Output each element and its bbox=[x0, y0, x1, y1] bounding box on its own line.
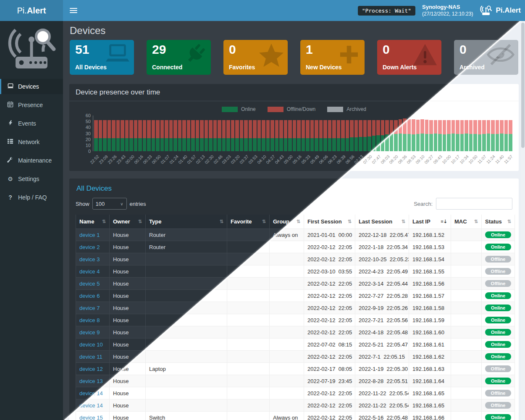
cell-name: device 7 bbox=[76, 302, 110, 314]
sort-icon: ⇅ bbox=[297, 219, 300, 224]
chart-bar bbox=[363, 120, 367, 151]
sidebar-menu: Devices Presence Events Network Maintena… bbox=[0, 79, 63, 205]
cell-first-session: 2022-02-12 22:05 bbox=[304, 326, 355, 339]
chart-bar bbox=[416, 120, 420, 151]
plug-icon bbox=[182, 43, 207, 66]
column-header-owner[interactable]: Owner⇅ bbox=[110, 215, 146, 229]
favorites-box[interactable]: 0 Favorites bbox=[223, 40, 288, 75]
cell-status: Online bbox=[482, 290, 515, 302]
new-devices-box[interactable]: 1 New Devices bbox=[300, 40, 365, 75]
cell-first-session: 2022-03-10 03:55 bbox=[304, 265, 355, 278]
device-link[interactable]: device 6 bbox=[79, 293, 100, 299]
cell-mac bbox=[451, 339, 482, 351]
device-link[interactable]: device 7 bbox=[79, 305, 100, 311]
chart-bar bbox=[94, 120, 98, 151]
column-header-favorite[interactable]: Favorite⇅ bbox=[227, 215, 270, 229]
device-link[interactable]: device 4 bbox=[79, 268, 100, 275]
sidebar-item-label: Network bbox=[18, 139, 39, 145]
column-header-last-session[interactable]: Last Session⇅ bbox=[355, 215, 409, 229]
legend-item-offline: Offline/Down bbox=[268, 106, 315, 112]
column-header-status[interactable]: Status⇅ bbox=[482, 215, 515, 229]
device-link[interactable]: device 15 bbox=[79, 415, 103, 420]
cell-last-session: 2022-7-21 22:05.56 bbox=[355, 314, 409, 326]
chart-bar bbox=[156, 120, 160, 151]
cell-name: device 9 bbox=[76, 326, 110, 339]
cell-last-session: 2022-5-16 22:05.48 bbox=[355, 412, 409, 420]
device-link[interactable]: device 9 bbox=[79, 329, 100, 336]
sort-icon: ⇅ bbox=[507, 219, 511, 224]
cell-type: Switch bbox=[146, 412, 227, 420]
column-header-name[interactable]: Name⇅ bbox=[76, 215, 110, 229]
chart-bar bbox=[152, 120, 155, 151]
cell-name: device 5 bbox=[76, 278, 110, 290]
chart-bar bbox=[218, 120, 221, 151]
sidebar-item-network[interactable]: Network bbox=[0, 134, 63, 150]
cell-owner: House bbox=[110, 253, 146, 265]
connected-box[interactable]: 29 Connected bbox=[147, 40, 211, 75]
chart-bar bbox=[403, 118, 407, 151]
device-link[interactable]: device 13 bbox=[79, 378, 103, 384]
sidebar-item-events[interactable]: Events bbox=[0, 116, 63, 131]
down-alerts-box[interactable]: 0 Down Alerts bbox=[377, 40, 441, 75]
status-badge: Offline bbox=[485, 280, 511, 287]
sidebar-item-devices[interactable]: Devices bbox=[0, 79, 63, 94]
scrollbar-thumb[interactable] bbox=[521, 23, 525, 148]
sort-icon: ⇅ bbox=[102, 219, 106, 224]
status-badge: Offline bbox=[485, 256, 511, 262]
search-input[interactable] bbox=[436, 198, 512, 210]
sidebar-item-help[interactable]: ? Help / FAQ bbox=[0, 190, 63, 205]
device-link[interactable]: device 1 bbox=[79, 232, 100, 238]
cell-last-session: 2022-1-18 22:05.34 bbox=[355, 241, 409, 253]
scrollbar[interactable] bbox=[521, 21, 525, 420]
cell-first-session: 2022-02-12 22:05 bbox=[304, 314, 355, 326]
cell-last-ip: 192.168.1.59 bbox=[409, 314, 451, 326]
sidebar-item-maintenance[interactable]: Maintenance bbox=[0, 153, 63, 168]
chart-bar bbox=[491, 120, 495, 151]
device-link[interactable]: device 11 bbox=[79, 354, 102, 360]
chart-bar bbox=[412, 119, 415, 151]
cell-last-ip: 192.168.1.55 bbox=[409, 265, 451, 278]
chart-bar bbox=[496, 120, 499, 151]
column-header-first-session[interactable]: First Session⇅ bbox=[304, 215, 355, 229]
status-badge: Online bbox=[485, 329, 511, 336]
device-link[interactable]: device 3 bbox=[79, 256, 100, 262]
cell-mac bbox=[451, 363, 482, 375]
entries-select[interactable]: 100∨ bbox=[92, 198, 127, 210]
chart-bar bbox=[407, 119, 411, 151]
chart-bar bbox=[178, 120, 182, 151]
sidebar-item-settings[interactable]: ⚙ Settings bbox=[0, 171, 63, 186]
column-label: Owner bbox=[113, 218, 130, 225]
offline-swatch bbox=[268, 107, 284, 112]
all-devices-label: All Devices bbox=[75, 64, 107, 71]
cell-first-session: 2022-02-12 22:05 bbox=[304, 253, 355, 265]
cell-owner: House bbox=[110, 265, 146, 278]
column-header-type[interactable]: Type⇅ bbox=[146, 215, 227, 229]
column-header-last-ip[interactable]: Last IP≡⇣ bbox=[409, 215, 451, 229]
device-link[interactable]: device 12 bbox=[79, 366, 103, 372]
sidebar-toggle-button[interactable] bbox=[70, 7, 77, 14]
column-label: Last IP bbox=[412, 218, 430, 225]
all-devices-box[interactable]: 51 All Devices bbox=[70, 40, 134, 75]
column-header-mac[interactable]: MAC⇅ bbox=[451, 215, 482, 229]
y-tick-label: 30 bbox=[81, 131, 91, 136]
device-link[interactable]: device 10 bbox=[79, 341, 103, 348]
app-logo[interactable]: Pi.Alert bbox=[0, 0, 63, 21]
device-link[interactable]: device 5 bbox=[79, 281, 100, 287]
calendar-icon bbox=[7, 101, 14, 109]
host-name: Synology-NAS bbox=[422, 4, 473, 11]
chart-bar bbox=[447, 120, 451, 151]
device-link[interactable]: device 8 bbox=[79, 317, 100, 323]
navbar-main: "Process: Wait" Synology-NAS (27/12/2022… bbox=[63, 0, 525, 21]
cell-status: Offline bbox=[482, 363, 515, 375]
chart-bar bbox=[469, 120, 473, 151]
cell-last-session: 2022-11-22 22:05.54 bbox=[355, 399, 409, 412]
cell-first-session: 2022-02-12 22:05 bbox=[304, 412, 355, 420]
cell-first-session: 2022-02-12 22:05 bbox=[304, 302, 355, 314]
sidebar-item-presence[interactable]: Presence bbox=[0, 97, 63, 113]
cell-last-session: 2022-12-18 22:05.47 bbox=[355, 229, 409, 241]
device-link[interactable]: device 2 bbox=[79, 244, 100, 250]
sidebar: Devices Presence Events Network Maintena… bbox=[0, 21, 63, 420]
cell-mac bbox=[451, 399, 482, 412]
chart-bar bbox=[346, 120, 349, 151]
cell-group: Always on bbox=[270, 412, 304, 420]
